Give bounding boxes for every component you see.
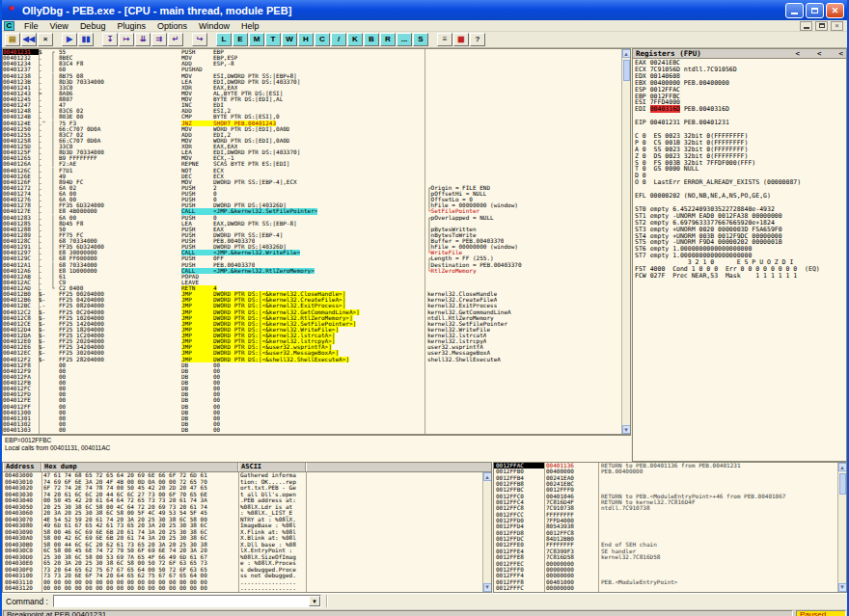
mdi-close-button[interactable]: × xyxy=(831,21,843,31)
pane-button-s[interactable]: S xyxy=(413,33,428,46)
pane-button-e[interactable]: E xyxy=(233,33,248,46)
stack-comment xyxy=(598,585,837,591)
register-line[interactable]: O 0 LastErr ERROR_ALREADY_EXISTS (000000… xyxy=(635,179,844,186)
chevron-down-icon[interactable]: ▼ xyxy=(309,596,320,606)
column-divider[interactable] xyxy=(544,463,545,592)
info-pane: EBP=0012FFBC Local calls from 00401131, … xyxy=(2,435,631,462)
disasm-bytes: 00 xyxy=(59,427,181,433)
register-text: FCW 027F Prec NEAR,53 Mask 1 1 1 1 1 1 xyxy=(635,272,797,280)
scroll-up-icon[interactable]: ▲ xyxy=(622,49,631,58)
pane-letter-icon: M xyxy=(254,36,260,43)
scroll-down-icon[interactable]: ▼ xyxy=(483,583,492,592)
pane-button-dots[interactable]: ... xyxy=(397,33,412,46)
pane-button-l[interactable]: L xyxy=(216,33,232,46)
pane-button-h[interactable]: H xyxy=(298,33,314,46)
scroll-up-icon[interactable]: ▲ xyxy=(838,463,847,471)
dump-scrollbar[interactable]: ▲ ▼ xyxy=(482,472,491,592)
register-line[interactable]: T 0 GS 0000 NULL xyxy=(635,166,844,173)
open-file-button[interactable]: ▤ xyxy=(5,33,20,46)
pane-button-b[interactable]: B xyxy=(364,33,379,46)
history-back-icon[interactable]: < xyxy=(838,49,843,58)
pane-button-k[interactable]: K xyxy=(347,33,363,46)
stack-address: 0012FFFC xyxy=(494,585,544,591)
pane-button-r[interactable]: R xyxy=(380,33,396,46)
disasm-row[interactable]: 0040130300DB00 xyxy=(3,427,621,433)
cpu-window: 00401231$┌55PUSHEBP00401232.│8BECMOVEBP,… xyxy=(2,48,847,593)
mdi-restore-button[interactable] xyxy=(815,21,828,31)
registers-pane: Registers (FPU) < < < EAX 00241EBCECX 7C… xyxy=(632,48,847,462)
column-divider[interactable] xyxy=(598,463,599,592)
command-combobox[interactable]: ▼ xyxy=(53,595,321,607)
animate-over-button[interactable]: ⇉ xyxy=(151,33,167,46)
animate-into-button[interactable]: ⇊ xyxy=(135,33,151,46)
pane-letter-icon: ... xyxy=(401,36,408,43)
close-program-icon: × xyxy=(43,36,48,43)
menu-item-view[interactable]: View xyxy=(44,21,74,31)
menu-item-plugins[interactable]: Plugins xyxy=(111,21,151,31)
pane-letter-icon: S xyxy=(418,36,423,43)
close-button[interactable]: ✕ xyxy=(826,3,844,18)
pane-button-slash[interactable]: / xyxy=(331,33,346,46)
pane-button-t[interactable]: T xyxy=(265,33,281,46)
ollydbg-star-icon: * xyxy=(5,3,18,17)
register-line[interactable]: EIP 00401231 PEB.00401231 xyxy=(635,120,844,126)
mdi-minimize-icon xyxy=(804,27,809,29)
mdi-minimize-button[interactable] xyxy=(800,21,812,31)
dump-header-address[interactable]: Address xyxy=(3,463,41,471)
menu-item-debug[interactable]: Debug xyxy=(74,21,112,31)
stack-scrollbar[interactable]: ▲ ▼ xyxy=(837,463,846,592)
scroll-down-icon[interactable]: ▼ xyxy=(838,583,847,592)
execute-till-return-button[interactable]: ↵ xyxy=(168,33,183,46)
dump-header-ascii[interactable]: ASCII xyxy=(238,463,306,471)
register-text: EIP 00401231 PEB.00401231 xyxy=(635,119,729,126)
pause-button[interactable]: ▮▮ xyxy=(78,33,94,46)
scroll-thumb[interactable] xyxy=(623,60,630,81)
pane-button-c[interactable]: C xyxy=(315,33,330,46)
pane-button-m[interactable]: M xyxy=(249,33,264,46)
stack-row[interactable]: 0012FFFC00000000 xyxy=(494,585,837,591)
view-log-button[interactable]: ≡ xyxy=(437,33,452,46)
dump-pane: Address Hex dump ASCII 0040300047 61 74 … xyxy=(2,462,492,593)
restore-button[interactable] xyxy=(806,3,824,18)
go-to-address-button[interactable]: ↪ xyxy=(192,33,207,46)
register-history-buttons: < < < xyxy=(795,49,843,58)
menu-item-window[interactable]: Window xyxy=(193,21,235,31)
scroll-up-icon[interactable]: ▲ xyxy=(483,472,492,481)
disasm-scrollbar[interactable]: ▲ ▼ xyxy=(621,49,630,434)
run-button[interactable]: ▶ xyxy=(62,33,77,46)
dump-header-hex[interactable]: Hex dump xyxy=(41,463,238,471)
restart-button[interactable]: ◀◀ xyxy=(21,33,37,46)
menu-item-file[interactable]: File xyxy=(18,21,44,31)
scroll-thumb[interactable] xyxy=(839,473,846,495)
column-divider[interactable] xyxy=(306,472,307,592)
step-over-button[interactable]: ↦ xyxy=(119,33,134,46)
register-line[interactable]: FCW 027F Prec NEAR,53 Mask 1 1 1 1 1 1 xyxy=(635,273,844,280)
pane-letter-icon: K xyxy=(352,36,358,43)
dump-row[interactable]: 0040312000 00 00 00 00 00 00 00 00 00 00… xyxy=(3,585,482,592)
stack-value: 00000000 xyxy=(544,585,598,591)
menu-item-help[interactable]: Help xyxy=(235,21,265,31)
window-title: OllyDbg - PEB.exe - [CPU - main thread, … xyxy=(22,5,291,16)
step-into-button[interactable]: ↧ xyxy=(102,33,118,46)
register-line[interactable]: EDI 0040316D PEB.0040316D xyxy=(635,106,844,113)
column-divider[interactable] xyxy=(238,472,239,592)
pane-button-w[interactable]: W xyxy=(282,33,297,46)
register-line[interactable]: EFL 00000202 (NO,NB,NE,A,NS,PO,GE,G) xyxy=(635,193,844,200)
menu-item-options[interactable]: Options xyxy=(151,21,193,31)
disasm-operands: 00 xyxy=(213,427,220,433)
help-icon: ? xyxy=(476,36,480,43)
stack-rows: 0012FFAC00401136RETURN to PEB.00401136 f… xyxy=(494,463,837,592)
window-controls: ✕ xyxy=(785,3,844,18)
folder-open-icon: ▤ xyxy=(9,36,16,43)
help-button[interactable]: ? xyxy=(470,33,485,46)
history-back-icon[interactable]: < xyxy=(795,49,800,58)
minimize-button[interactable] xyxy=(785,3,804,18)
pause-icon: ▮▮ xyxy=(82,36,91,43)
scroll-down-icon[interactable]: ▼ xyxy=(622,425,631,434)
appearance-button[interactable]: ▦ xyxy=(453,33,469,46)
cpu-window-icon[interactable]: C xyxy=(4,21,14,31)
history-back-icon[interactable]: < xyxy=(817,49,822,58)
close-program-button[interactable]: × xyxy=(38,33,53,46)
column-divider[interactable] xyxy=(41,472,42,592)
status-message: Breakpoint at PEB.00401231 xyxy=(3,610,793,616)
